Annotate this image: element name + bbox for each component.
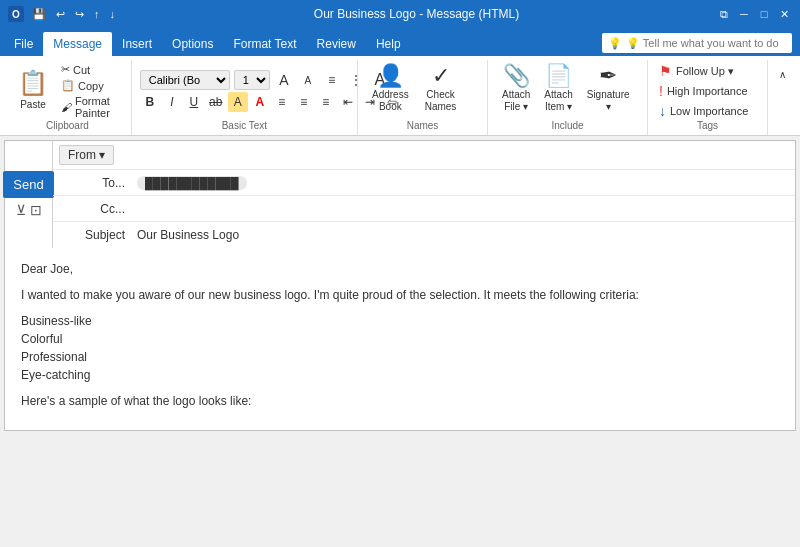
low-importance-button[interactable]: ↓ Low Importance [656, 102, 751, 120]
quick-down-btn[interactable]: ↓ [108, 8, 118, 20]
tab-help[interactable]: Help [366, 32, 411, 56]
intro-text: I wanted to make you aware of our new bu… [21, 286, 779, 304]
bullets-btn[interactable]: ≡ [322, 70, 342, 90]
highlight-btn[interactable]: A [228, 92, 248, 112]
signature-button[interactable]: ✒ Signature▾ [581, 62, 636, 116]
quick-up-btn[interactable]: ↑ [92, 8, 102, 20]
underline-button[interactable]: U [184, 92, 204, 112]
tab-message[interactable]: Message [43, 32, 112, 56]
window-title: Our Business Logo - Message (HTML) [117, 7, 716, 21]
follow-up-button[interactable]: ⚑ Follow Up ▾ [656, 62, 751, 80]
signature-label: Signature▾ [587, 89, 630, 113]
cc-input[interactable] [133, 199, 795, 219]
window-close-btn[interactable]: ✕ [776, 6, 792, 22]
align-right-btn[interactable]: ≡ [316, 92, 336, 112]
clipboard-small-buttons: ✂ Cut 📋 Copy 🖌 Format Painter [58, 62, 123, 120]
compose-fields: From ▾ To... ████████████ Cc... [53, 141, 795, 248]
subject-input[interactable] [133, 225, 795, 245]
compose-window: Send ⊻ ⊡ From ▾ To... [4, 140, 796, 431]
attach-item-icon: 📄 [545, 65, 572, 87]
tab-options[interactable]: Options [162, 32, 223, 56]
ribbon-search-input[interactable] [626, 37, 786, 49]
attach-item-button[interactable]: 📄 AttachItem ▾ [538, 62, 578, 116]
criteria-2: Colorful [21, 332, 62, 346]
outlook-icon: O [8, 6, 24, 22]
from-input[interactable] [120, 145, 795, 165]
clipboard-group: 📋 Paste ✂ Cut 📋 Copy 🖌 Format Painter [4, 60, 132, 135]
send-area: Send ⊻ ⊡ [5, 141, 53, 248]
tab-format-text[interactable]: Format Text [223, 32, 306, 56]
attach-item-label: AttachItem ▾ [544, 89, 572, 113]
ribbon: File Message Insert Options Format Text … [0, 28, 800, 136]
low-importance-label: Low Importance [670, 105, 748, 117]
high-importance-button[interactable]: ! High Importance [656, 82, 751, 100]
font-size-select[interactable]: 11 [234, 70, 270, 90]
from-button[interactable]: From ▾ [59, 145, 114, 165]
criteria-list: Business-like Colorful Professional Eye-… [21, 312, 779, 384]
tags-group: ⚑ Follow Up ▾ ! High Importance ↓ Low Im… [648, 60, 768, 135]
window-controls: ⧉ ─ □ ✕ [716, 6, 792, 22]
tab-file[interactable]: File [4, 32, 43, 56]
attach-file-label: AttachFile ▾ [502, 89, 530, 113]
high-importance-icon: ! [659, 83, 663, 99]
send-options-icon[interactable]: ⊻ [16, 202, 26, 218]
names-buttons: 👤 AddressBook ✓ CheckNames [366, 62, 462, 116]
italic-button[interactable]: I [162, 92, 182, 112]
copy-button[interactable]: 📋 Copy [58, 78, 123, 93]
font-color-btn[interactable]: A [250, 92, 270, 112]
font-increase-btn[interactable]: A [274, 70, 294, 90]
decrease-indent-btn[interactable]: ⇤ [338, 92, 358, 112]
paste-button[interactable]: 📋 Paste [12, 62, 54, 116]
window-resize-btn[interactable]: ⧉ [716, 6, 732, 22]
to-value-area: ████████████ [133, 174, 795, 192]
subject-label: Subject [53, 228, 133, 242]
ribbon-collapse-btn[interactable]: ∧ [772, 64, 792, 84]
ribbon-content: 📋 Paste ✂ Cut 📋 Copy 🖌 Format Painter [0, 56, 800, 135]
format-painter-button[interactable]: 🖌 Format Painter [58, 94, 123, 120]
window-maximize-btn[interactable]: □ [756, 6, 772, 22]
send-arrow-icon[interactable]: ⊡ [30, 202, 42, 218]
check-names-label: CheckNames [425, 89, 457, 113]
lightbulb-icon: 💡 [608, 37, 622, 50]
font-family-select[interactable]: Calibri (Bo [140, 70, 230, 90]
message-body: Dear Joe, I wanted to make you aware of … [5, 248, 795, 430]
font-decrease-btn[interactable]: A [298, 70, 318, 90]
cc-label[interactable]: Cc... [53, 202, 133, 216]
greeting: Dear Joe, [21, 260, 779, 278]
attach-file-icon: 📎 [503, 65, 530, 87]
follow-up-label: Follow Up ▾ [676, 65, 734, 78]
ribbon-search[interactable]: 💡 [602, 33, 792, 53]
bold-button[interactable]: B [140, 92, 160, 112]
send-button[interactable]: Send [3, 171, 53, 198]
to-label[interactable]: To... [53, 176, 133, 190]
quick-redo-btn[interactable]: ↪ [73, 8, 86, 21]
cut-button[interactable]: ✂ Cut [58, 62, 123, 77]
tab-insert[interactable]: Insert [112, 32, 162, 56]
align-left-btn[interactable]: ≡ [272, 92, 292, 112]
check-names-button[interactable]: ✓ CheckNames [419, 62, 463, 116]
align-center-btn[interactable]: ≡ [294, 92, 314, 112]
criteria-3: Professional [21, 350, 87, 364]
attach-file-button[interactable]: 📎 AttachFile ▾ [496, 62, 536, 116]
include-label: Include [496, 120, 639, 133]
to-recipient[interactable]: ████████████ [137, 176, 247, 190]
address-book-button[interactable]: 👤 AddressBook [366, 62, 415, 116]
quick-save-btn[interactable]: 💾 [30, 8, 48, 21]
send-icons: ⊻ ⊡ [16, 202, 42, 218]
follow-up-icon: ⚑ [659, 63, 672, 79]
subject-row: Subject [53, 222, 795, 248]
check-names-icon: ✓ [432, 65, 450, 87]
address-book-label: AddressBook [372, 89, 409, 113]
copy-icon: 📋 [61, 79, 75, 92]
criteria-1: Business-like [21, 314, 92, 328]
window-minimize-btn[interactable]: ─ [736, 6, 752, 22]
tab-review[interactable]: Review [307, 32, 366, 56]
cc-row: Cc... [53, 196, 795, 222]
strikethrough-btn[interactable]: ab [206, 92, 226, 112]
clipboard-buttons: 📋 Paste ✂ Cut 📋 Copy 🖌 Format Painter [12, 62, 123, 120]
format-painter-icon: 🖌 [61, 101, 72, 113]
cut-label: Cut [73, 64, 90, 76]
paste-label: Paste [20, 99, 46, 110]
criteria-4: Eye-catching [21, 368, 90, 382]
quick-undo-btn[interactable]: ↩ [54, 8, 67, 21]
